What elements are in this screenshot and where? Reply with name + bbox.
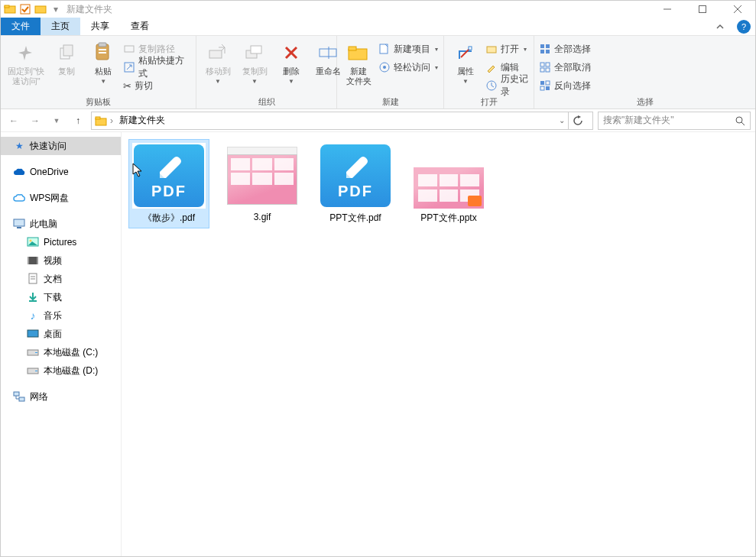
svg-rect-11	[99, 43, 106, 47]
tab-share[interactable]: 共享	[80, 18, 120, 35]
edit-icon	[485, 61, 498, 73]
open-icon	[485, 43, 498, 55]
sidebar-item-onedrive[interactable]: OneDrive	[1, 163, 121, 181]
move-to-button[interactable]: 移动到▼	[201, 39, 235, 86]
sidebar-item-pictures[interactable]: Pictures	[1, 233, 121, 251]
sidebar-item-music[interactable]: ♪ 音乐	[1, 306, 121, 325]
group-label-open: 打开	[444, 96, 534, 108]
folder-icon	[95, 115, 107, 127]
nav-tree[interactable]: ★ 快速访问 OneDrive WPS网盘 此电脑 Pictures 视频 文档	[1, 132, 122, 556]
refresh-button[interactable]	[568, 112, 586, 130]
svg-rect-3	[35, 6, 46, 13]
svg-rect-51	[28, 257, 38, 264]
svg-rect-1	[5, 5, 9, 8]
documents-icon	[27, 273, 39, 285]
invert-icon	[539, 79, 551, 92]
svg-rect-9	[63, 45, 73, 56]
svg-rect-35	[540, 63, 544, 66]
select-none-button[interactable]: 全部取消	[539, 59, 591, 76]
pptx-badge-icon	[468, 196, 482, 206]
sidebar-item-documents[interactable]: 文档	[1, 270, 121, 288]
svg-rect-31	[540, 44, 544, 48]
svg-rect-39	[540, 81, 544, 85]
open-button[interactable]: 打开▾	[485, 40, 529, 57]
svg-rect-16	[209, 50, 222, 58]
content-row: ★ 快速访问 OneDrive WPS网盘 此电脑 Pictures 视频 文档	[1, 132, 755, 556]
pptx-thumbnail	[414, 167, 484, 209]
close-button[interactable]	[720, 1, 755, 18]
file-item[interactable]: 3.gif	[222, 140, 302, 225]
delete-button[interactable]: 删除▼	[274, 39, 308, 86]
sidebar-item-network[interactable]: 网络	[1, 387, 121, 406]
svg-rect-37	[540, 68, 544, 72]
new-folder-button[interactable]: 新建 文件夹	[342, 39, 375, 88]
sidebar-item-downloads[interactable]: 下载	[1, 288, 121, 306]
nav-back-button[interactable]: ←	[5, 112, 22, 129]
qat-overflow-icon[interactable]: ▾	[50, 3, 62, 15]
address-dropdown-icon[interactable]: ⌄	[559, 116, 565, 125]
select-all-button[interactable]: 全部选择	[539, 40, 591, 57]
paste-icon	[91, 40, 115, 65]
file-view[interactable]: PDF 《散步》.pdf 3.gif	[122, 132, 755, 556]
file-label: 《散步》.pdf	[143, 212, 195, 225]
breadcrumb-seg-1[interactable]: 新建文件夹	[116, 114, 168, 127]
file-item[interactable]: PPT文件.pptx	[409, 140, 488, 228]
help-button[interactable]: ?	[737, 20, 751, 34]
pen-icon	[340, 152, 371, 183]
copy-button[interactable]: 复制	[50, 39, 83, 78]
new-item-button[interactable]: 新建项目▾	[378, 40, 438, 57]
scissors-icon	[123, 80, 131, 92]
shortcut-icon	[123, 61, 135, 73]
easy-access-icon	[378, 61, 391, 73]
window-title: 新建文件夹	[67, 3, 112, 16]
svg-rect-21	[320, 49, 336, 57]
qat-checkbox-icon[interactable]	[19, 3, 31, 15]
sidebar-item-desktop[interactable]: 桌面	[1, 325, 121, 343]
address-bar[interactable]: › 新建文件夹 ⌄	[91, 112, 593, 130]
invert-selection-button[interactable]: 反向选择	[539, 77, 591, 94]
cut-button[interactable]: 剪切	[123, 77, 191, 94]
svg-rect-47	[14, 219, 24, 226]
svg-point-50	[30, 240, 32, 242]
pictures-icon	[27, 236, 39, 248]
file-item[interactable]: PDF 《散步》.pdf	[129, 140, 209, 228]
search-icon[interactable]	[735, 115, 745, 126]
sidebar-item-videos[interactable]: 视频	[1, 251, 121, 270]
easy-access-button[interactable]: 轻松访问▾	[378, 59, 438, 76]
search-input[interactable]: 搜索"新建文件夹"	[598, 112, 751, 130]
copy-to-button[interactable]: 复制到▼	[238, 39, 271, 86]
svg-rect-24	[349, 47, 356, 50]
ribbon-group-open: 属性▼ 打开▾ 编辑 历史记录 打开	[444, 36, 534, 108]
sidebar-item-wps[interactable]: WPS网盘	[1, 189, 121, 207]
pin-to-quick-access-button[interactable]: 固定到"快 速访问"	[5, 39, 47, 88]
tab-file[interactable]: 文件	[1, 18, 41, 35]
minimize-button[interactable]	[650, 1, 685, 18]
sidebar-item-quick-access[interactable]: ★ 快速访问	[1, 137, 121, 155]
svg-rect-34	[546, 50, 550, 53]
folder-yellow-icon[interactable]	[34, 3, 47, 15]
svg-rect-62	[35, 371, 37, 371]
properties-button[interactable]: 属性▼	[449, 39, 482, 86]
ribbon-collapse-button[interactable]	[715, 22, 732, 31]
nav-forward-button[interactable]: →	[27, 112, 44, 129]
ribbon: 固定到"快 速访问" 复制 粘贴 ▼ 复制路径 粘贴快捷方式	[1, 36, 755, 109]
move-to-icon	[206, 40, 230, 65]
tab-home[interactable]: 主页	[41, 18, 80, 35]
nav-up-button[interactable]: ↑	[70, 112, 86, 129]
tab-view[interactable]: 查看	[120, 18, 160, 35]
pc-icon	[13, 218, 25, 230]
svg-rect-33	[540, 50, 544, 53]
pen-icon	[154, 152, 184, 183]
file-item[interactable]: PDF PPT文件.pdf	[316, 140, 395, 228]
sidebar-item-this-pc[interactable]: 此电脑	[1, 215, 121, 233]
breadcrumb-separator[interactable]: ›	[110, 115, 113, 126]
group-label-select: 选择	[534, 96, 755, 108]
history-button[interactable]: 历史记录	[485, 77, 529, 94]
new-folder-icon	[346, 40, 371, 65]
nav-recent-button[interactable]: ▼	[48, 112, 65, 129]
sidebar-item-disk-c[interactable]: 本地磁盘 (C:)	[1, 343, 121, 361]
maximize-button[interactable]	[685, 1, 720, 18]
paste-button[interactable]: 粘贴 ▼	[86, 39, 120, 86]
sidebar-item-disk-d[interactable]: 本地磁盘 (D:)	[1, 361, 121, 380]
paste-shortcut-button[interactable]: 粘贴快捷方式	[123, 59, 191, 76]
